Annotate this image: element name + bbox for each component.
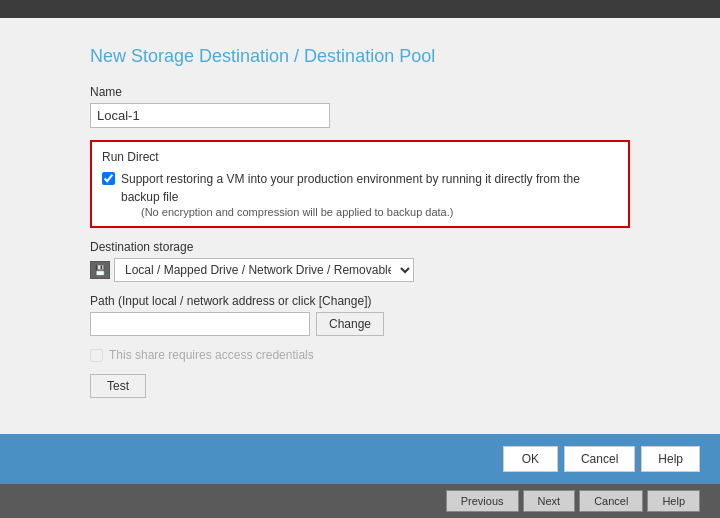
page-title: New Storage Destination / Destination Po… bbox=[90, 46, 630, 67]
change-button[interactable]: Change bbox=[316, 312, 384, 336]
path-row: Change bbox=[90, 312, 630, 336]
path-input[interactable] bbox=[90, 312, 310, 336]
name-group: Name bbox=[90, 85, 630, 128]
path-label: Path (Input local / network address or c… bbox=[90, 294, 630, 308]
drive-icon: 💾 bbox=[90, 261, 110, 279]
run-direct-row: Support restoring a VM into your product… bbox=[102, 170, 618, 218]
run-direct-checkbox[interactable] bbox=[102, 172, 115, 185]
credentials-label: This share requires access credentials bbox=[109, 348, 314, 362]
run-direct-box: Run Direct Support restoring a VM into y… bbox=[90, 140, 630, 228]
ok-button[interactable]: OK bbox=[503, 446, 558, 472]
destination-storage-label: Destination storage bbox=[90, 240, 630, 254]
previous-button[interactable]: Previous bbox=[446, 490, 519, 512]
main-content: New Storage Destination / Destination Po… bbox=[0, 18, 720, 434]
help-button[interactable]: Help bbox=[641, 446, 700, 472]
run-direct-text-block: Support restoring a VM into your product… bbox=[121, 170, 618, 218]
top-bar bbox=[0, 0, 720, 18]
run-direct-sub-text: (No encryption and compression will be a… bbox=[141, 206, 618, 218]
name-label: Name bbox=[90, 85, 630, 99]
footer-help-button[interactable]: Help bbox=[647, 490, 700, 512]
run-direct-main-text: Support restoring a VM into your product… bbox=[121, 170, 618, 206]
footer-nav: Previous Next Cancel Help bbox=[0, 484, 720, 518]
destination-storage-group: Destination storage 💾 Local / Mapped Dri… bbox=[90, 240, 630, 282]
footer-cancel-button[interactable]: Cancel bbox=[579, 490, 643, 512]
run-direct-label: Run Direct bbox=[102, 150, 618, 164]
cancel-button[interactable]: Cancel bbox=[564, 446, 635, 472]
test-button[interactable]: Test bbox=[90, 374, 146, 398]
path-group: Path (Input local / network address or c… bbox=[90, 294, 630, 336]
credentials-row: This share requires access credentials bbox=[90, 348, 630, 362]
destination-select-row: 💾 Local / Mapped Drive / Network Drive /… bbox=[90, 258, 630, 282]
bottom-bar: OK Cancel Help bbox=[0, 434, 720, 484]
destination-select[interactable]: Local / Mapped Drive / Network Drive / R… bbox=[114, 258, 414, 282]
next-button[interactable]: Next bbox=[523, 490, 576, 512]
credentials-checkbox[interactable] bbox=[90, 349, 103, 362]
name-input[interactable] bbox=[90, 103, 330, 128]
